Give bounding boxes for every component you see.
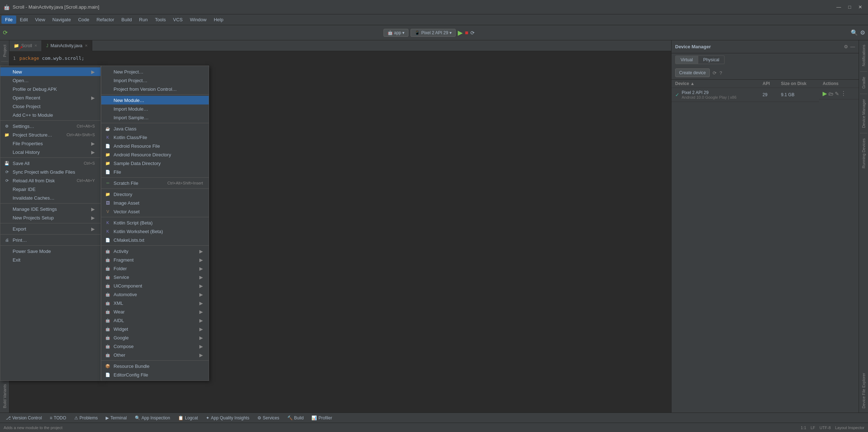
menu-print[interactable]: 🖨 Print… [0,236,101,244]
menu-open[interactable]: Open… [0,76,101,85]
notifications-strip[interactable]: Notifications [860,42,867,69]
run-device-icon[interactable]: ▶ [823,90,827,97]
menu-navigate[interactable]: Navigate [49,15,74,24]
device-actions[interactable]: ▶ 🗁 ✎ ⋮ [819,88,859,99]
menu-file[interactable]: File [1,15,16,24]
cmake-lists[interactable]: 📄 CMakeLists.txt [101,236,209,244]
new-google[interactable]: 🤖 Google ▶ [101,333,209,342]
more-device-icon[interactable]: ⋮ [841,90,846,97]
menu-save-all[interactable]: 💾 Save All Ctrl+S [0,159,101,168]
tab-services[interactable]: ⚙ Services [254,414,283,422]
toolbar-device-selector[interactable]: 📱 Pixel 2 API 29 ▾ [411,29,455,37]
resource-bundle[interactable]: 📦 Resource Bundle [101,362,209,370]
status-layout-inspector[interactable]: Layout Inspector [835,426,864,430]
title-bar-controls[interactable]: — □ ✕ [834,4,864,10]
project-from-vcs[interactable]: Project from Version Control… [101,85,209,93]
menu-profile-apk[interactable]: Profile or Debug APK [0,85,101,93]
new-other[interactable]: 🤖 Other ▶ [101,351,209,359]
tab-app-quality[interactable]: ✦ App Quality Insights [202,414,253,422]
menu-repair-ide[interactable]: Repair IDE [0,185,101,193]
tab-problems[interactable]: ⚠ Problems [71,414,102,422]
menu-reload-disk[interactable]: ⟳ Reload All from Disk Ctrl+Alt+Y [0,176,101,185]
new-service[interactable]: 🤖 Service ▶ [101,273,209,281]
menu-refactor[interactable]: Refactor [93,15,118,24]
tab-terminal[interactable]: ▶ Terminal [102,414,130,422]
menu-project-structure[interactable]: 📁 Project Structure… Ctrl+Alt+Shift+S [0,130,101,139]
new-widget[interactable]: 🤖 Widget ▶ [101,325,209,333]
java-class[interactable]: ☕ Java Class [101,124,209,133]
new-activity[interactable]: 🤖 Activity ▶ [101,247,209,255]
android-resource-file[interactable]: 📄 Android Resource File [101,142,209,150]
editorconfig-file[interactable]: 📄 EditorConfig File [101,370,209,379]
toolbar-sync-icon[interactable]: ⟳ [3,29,8,36]
menu-add-cpp[interactable]: Add C++ to Module [0,111,101,119]
kotlin-worksheet[interactable]: K Kotlin Worksheet (Beta) [101,227,209,236]
device-file-explorer-strip[interactable]: Device File Explorer [860,370,867,411]
new-wear[interactable]: 🤖 Wear ▶ [101,307,209,316]
import-project[interactable]: Import Project… [101,76,209,85]
kotlin-class[interactable]: K Kotlin Class/File [101,133,209,142]
device-help-icon[interactable]: ? [719,70,722,76]
menu-open-recent[interactable]: Open Recent ▶ [0,93,101,102]
menu-new[interactable]: New ▶ [0,67,101,76]
menu-edit[interactable]: Edit [16,15,31,24]
menu-code[interactable]: Code [75,15,93,24]
tab-scroll[interactable]: 📁 Scroll ✕ [9,40,42,51]
menu-tools[interactable]: Tools [151,15,169,24]
minimize-button[interactable]: — [834,4,843,10]
new-compose[interactable]: 🤖 Compose ▶ [101,342,209,351]
menu-view[interactable]: View [31,15,49,24]
tab-todo[interactable]: ≡ TODO [46,414,70,422]
build-variants-strip[interactable]: Build Variants [1,381,8,411]
menu-help[interactable]: Help [210,15,227,24]
tab-scroll-close[interactable]: ✕ [34,44,37,48]
kotlin-script[interactable]: K Kotlin Script (Beta) [101,218,209,227]
new-uicomponent[interactable]: 🤖 UiComponent ▶ [101,281,209,290]
sample-data-dir[interactable]: 📁 Sample Data Directory [101,159,209,168]
running-devices-strip[interactable]: Running Devices [860,135,867,171]
menu-sync-gradle[interactable]: ⟳ Sync Project with Gradle Files [0,168,101,176]
menu-export[interactable]: Export ▶ [0,224,101,233]
project-strip[interactable]: Project [1,42,8,60]
menu-local-history[interactable]: Local History ▶ [0,148,101,156]
toolbar-settings-btn[interactable]: ⚙ [860,29,865,36]
new-module[interactable]: New Module… [101,96,209,104]
android-resource-dir[interactable]: 📁 Android Resource Directory [101,150,209,159]
new-fragment[interactable]: 🤖 Fragment ▶ [101,255,209,264]
maximize-button[interactable]: □ [846,4,853,10]
device-manager-settings[interactable]: ⚙ [844,44,848,49]
import-module[interactable]: Import Module… [101,104,209,113]
new-file[interactable]: 📄 File [101,168,209,176]
toolbar-run-config[interactable]: 🤖 app ▾ [384,29,409,37]
new-automotive[interactable]: 🤖 Automotive ▶ [101,290,209,299]
edit-device-icon[interactable]: ✎ [835,91,839,97]
menu-power-save[interactable]: Power Save Mode [0,247,101,255]
image-asset[interactable]: 🖼 Image Asset [101,199,209,207]
import-sample[interactable]: Import Sample… [101,113,209,122]
device-refresh-icon[interactable]: ⟳ [713,70,717,76]
device-manager-close[interactable]: — [850,44,855,49]
tab-build[interactable]: 🔨 Build [284,414,307,422]
tab-profiler[interactable]: 📊 Profiler [308,414,336,422]
tab-main-activity[interactable]: J MainActivity.java ✕ [42,40,92,51]
new-project[interactable]: New Project… [101,67,209,76]
gradle-strip[interactable]: Gradle [860,74,867,92]
new-directory[interactable]: 📁 Directory [101,190,209,199]
tab-version-control[interactable]: ⎇ Version Control [2,414,45,422]
menu-vcs[interactable]: VCS [169,15,186,24]
scratch-file[interactable]: ✏ Scratch File Ctrl+Alt+Shift+Insert [101,179,209,187]
wipe-device-icon[interactable]: 🗁 [828,91,833,97]
menu-window[interactable]: Window [186,15,210,24]
toolbar-search-btn[interactable]: 🔍 [851,29,858,36]
menu-invalidate-caches[interactable]: Invalidate Caches… [0,193,101,202]
toolbar-sync-gradle-btn[interactable]: ⟳ [470,30,475,36]
menu-new-projects-setup[interactable]: New Projects Setup ▶ [0,213,101,222]
close-button[interactable]: ✕ [856,4,864,10]
dm-tab-virtual[interactable]: Virtual [675,55,698,64]
vector-asset[interactable]: V Vector Asset [101,207,209,216]
dm-tab-physical[interactable]: Physical [698,55,725,64]
toolbar-run-btn[interactable]: ▶ [458,29,463,37]
menu-exit[interactable]: Exit [0,255,101,264]
menu-close-project[interactable]: Close Project [0,102,101,111]
create-device-button[interactable]: Create device [675,68,710,77]
